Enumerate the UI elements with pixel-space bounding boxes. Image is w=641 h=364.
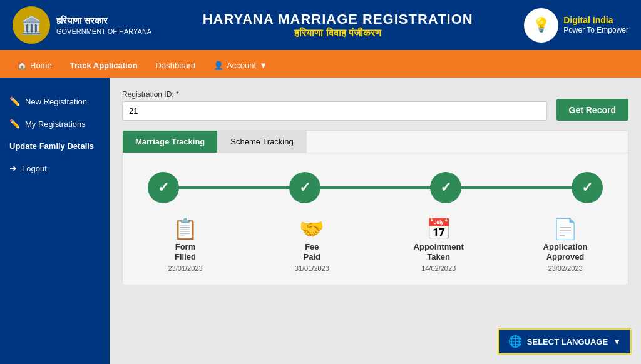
- timeline-dot-3: ✓: [430, 172, 461, 203]
- reg-id-label: Registration ID: *: [122, 90, 547, 99]
- appointment-icon: 📅: [426, 219, 451, 239]
- sidebar-item-new-registration[interactable]: ✏️ New Registration: [0, 90, 110, 113]
- digital-india-label: Digital India: [563, 14, 628, 26]
- digital-india-icon: 💡: [524, 8, 558, 43]
- list-icon: ✏️: [9, 119, 20, 129]
- nav-dashboard[interactable]: Dashboard: [148, 56, 203, 75]
- sidebar-label-new-registration: New Registration: [25, 97, 87, 106]
- reg-id-input[interactable]: [122, 101, 547, 121]
- account-dropdown-icon: ▼: [259, 61, 267, 70]
- sidebar-item-update-family[interactable]: Update Family Details: [0, 135, 110, 157]
- sidebar-label-my-registrations: My Registrations: [25, 119, 86, 129]
- emblem-icon: 🏛️: [13, 6, 50, 44]
- select-language-button[interactable]: 🌐 SELECT LANGUAGE ▼: [498, 328, 632, 355]
- step-application-approved: 📄 Application Approved 23/02/2023: [528, 219, 603, 272]
- gov-hindi-text: हरियाणा सरकार: [56, 14, 151, 27]
- step-appointment-taken: 📅 Appointment Taken 14/02/2023: [401, 219, 476, 272]
- timeline-dot-1: ✓: [148, 172, 179, 203]
- nav-account[interactable]: 👤 Account ▼: [206, 56, 275, 75]
- tab-marriage-tracking[interactable]: Marriage Tracking: [123, 131, 218, 153]
- nav-home[interactable]: 🏠 Home: [9, 56, 59, 75]
- get-record-button[interactable]: Get Record: [556, 99, 628, 121]
- timeline-wrapper: ✓ ✓ ✓ ✓ 📋 Form Filled 23/01/2023: [123, 153, 628, 285]
- tab-scheme-tracking[interactable]: Scheme Tracking: [218, 131, 306, 153]
- step-fee-paid: 🤝 Fee Paid 31/01/2023: [274, 219, 349, 272]
- tracking-container: Marriage Tracking Scheme Tracking ✓ ✓ ✓ …: [122, 130, 628, 285]
- navbar: 🏠 Home Track Application Dashboard 👤 Acc…: [0, 53, 641, 78]
- nav-track-label: Track Application: [70, 61, 138, 70]
- timeline-dots: ✓ ✓ ✓ ✓: [148, 172, 603, 203]
- content-area: Registration ID: * Get Record Marriage T…: [110, 78, 641, 364]
- select-language-label: SELECT LANGUAGE: [527, 337, 608, 346]
- gov-english-text: GOVERNMENT OF HARYANA: [56, 27, 151, 36]
- sidebar-label-logout: Logout: [22, 164, 47, 173]
- nav-dashboard-label: Dashboard: [156, 61, 196, 70]
- form-icon: 📋: [173, 219, 198, 239]
- step-2-date: 31/01/2023: [295, 265, 329, 272]
- header-title: HARYANA MARRIAGE REGISTRATION हरियाणा वि…: [203, 11, 473, 39]
- step-2-title: Fee Paid: [304, 242, 320, 261]
- edit-icon: ✏️: [9, 96, 20, 106]
- digital-india-sub: Power To Empower: [563, 26, 628, 36]
- step-4-date: 23/02/2023: [548, 265, 582, 272]
- main-title: HARYANA MARRIAGE REGISTRATION: [203, 11, 473, 28]
- fee-icon: 🤝: [299, 219, 324, 239]
- sidebar: ✏️ New Registration ✏️ My Registrations …: [0, 78, 110, 364]
- account-icon: 👤: [213, 61, 223, 70]
- sidebar-item-logout[interactable]: ➜ Logout: [0, 157, 110, 179]
- tracking-tabs: Marriage Tracking Scheme Tracking: [123, 131, 628, 153]
- nav-track-application[interactable]: Track Application: [63, 56, 145, 75]
- logo-right: 💡 Digital India Power To Empower: [524, 8, 628, 43]
- step-4-title: Application Approved: [543, 242, 588, 261]
- sub-title-hindi: हरियाणा विवाह पंजीकरण: [203, 28, 473, 39]
- main-layout: ✏️ New Registration ✏️ My Registrations …: [0, 78, 641, 364]
- language-icon: 🌐: [508, 335, 522, 348]
- timeline-line: [167, 186, 584, 189]
- registration-field: Registration ID: *: [122, 90, 547, 121]
- logo-left: 🏛️ हरियाणा सरकार GOVERNMENT OF HARYANA: [13, 6, 151, 44]
- sidebar-label-update-family: Update Family Details: [9, 141, 94, 151]
- sidebar-item-my-registrations[interactable]: ✏️ My Registrations: [0, 113, 110, 135]
- lang-dropdown-icon: ▼: [613, 337, 621, 346]
- step-3-title: Appointment Taken: [414, 242, 464, 261]
- home-icon: 🏠: [17, 61, 27, 70]
- step-form-filled: 📋 Form Filled 23/01/2023: [148, 219, 223, 272]
- timeline-dot-2: ✓: [289, 172, 320, 203]
- header: 🏛️ हरियाणा सरकार GOVERNMENT OF HARYANA H…: [0, 0, 641, 50]
- nav-home-label: Home: [30, 61, 52, 70]
- step-3-date: 14/02/2023: [421, 265, 456, 272]
- timeline-dot-4: ✓: [572, 172, 603, 203]
- approved-icon: 📄: [553, 219, 578, 239]
- logout-icon: ➜: [9, 163, 17, 173]
- timeline-steps: 📋 Form Filled 23/01/2023 🤝 Fee Paid: [148, 219, 603, 272]
- registration-row: Registration ID: * Get Record: [122, 90, 628, 121]
- step-1-date: 23/01/2023: [168, 265, 202, 272]
- nav-account-label: Account: [227, 61, 256, 70]
- step-1-title: Form Filled: [175, 242, 196, 261]
